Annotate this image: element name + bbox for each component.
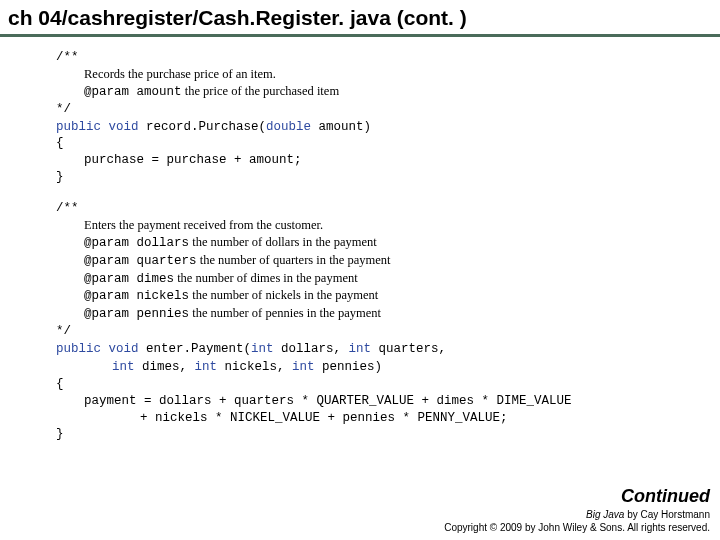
javadoc-desc: Records the purchase price of an item. [56,66,720,83]
param-text: the number of pennies in the payment [189,306,381,320]
javadoc-param: @param nickels the number of nickels in … [56,287,720,305]
param-keyword: @param nickels [84,289,189,303]
keyword: public void [56,342,139,356]
slide-footer: Continued Big Java by Cay Horstmann Copy… [444,486,710,534]
keyword: int [349,342,372,356]
brace-close: } [56,426,720,443]
copyright-line-1: Big Java by Cay Horstmann [444,509,710,522]
keyword: int [195,360,218,374]
code-text: record.Purchase( [139,120,267,134]
code-text: dimes, [135,360,195,374]
javadoc-param: @param pennies the number of pennies in … [56,305,720,323]
brace-open: { [56,135,720,152]
javadoc-param: @param quarters the number of quarters i… [56,252,720,270]
title-bar: ch 04/cashregister/Cash.Register. java (… [0,0,720,37]
code-text: quarters, [371,342,446,356]
author-text: by Cay Horstmann [624,509,710,520]
code-block: /** Records the purchase price of an ite… [0,37,720,443]
slide-title: ch 04/cashregister/Cash.Register. java (… [8,6,712,30]
code-text: pennies) [315,360,383,374]
method-signature-cont: int dimes, int nickels, int pennies) [56,358,720,376]
javadoc-param: @param amount the price of the purchased… [56,83,720,101]
param-text: the number of quarters in the payment [197,253,391,267]
param-text: the number of nickels in the payment [189,288,378,302]
method-signature: public void enter.Payment(int dollars, i… [56,340,720,358]
param-keyword: @param quarters [84,254,197,268]
javadoc-close: */ [56,101,720,118]
book-title: Big Java [586,509,624,520]
continued-label: Continued [444,486,710,507]
keyword: int [251,342,274,356]
copyright-line-2: Copyright © 2009 by John Wiley & Sons. A… [444,522,710,535]
method-body: purchase = purchase + amount; [56,152,720,169]
javadoc-open: /** [56,200,720,217]
javadoc-param: @param dimes the number of dimes in the … [56,270,720,288]
method-body: payment = dollars + quarters * QUARTER_V… [56,393,720,410]
param-text: the number of dollars in the payment [189,235,377,249]
param-keyword: @param amount [84,85,182,99]
param-text: the number of dimes in the payment [174,271,358,285]
param-keyword: @param dimes [84,272,174,286]
code-text: nickels, [217,360,292,374]
keyword: int [112,360,135,374]
keyword: int [292,360,315,374]
javadoc-desc: Enters the payment received from the cus… [56,217,720,234]
method-body-cont: + nickels * NICKEL_VALUE + pennies * PEN… [56,410,720,427]
keyword: public void [56,120,139,134]
code-text: amount) [311,120,371,134]
brace-close: } [56,169,720,186]
javadoc-close: */ [56,323,720,340]
keyword: double [266,120,311,134]
brace-open: { [56,376,720,393]
javadoc-param: @param dollars the number of dollars in … [56,234,720,252]
param-text: the price of the purchased item [182,84,340,98]
code-text: dollars, [274,342,349,356]
javadoc-open: /** [56,49,720,66]
code-text: enter.Payment( [139,342,252,356]
method-signature: public void record.Purchase(double amoun… [56,118,720,136]
param-keyword: @param pennies [84,307,189,321]
param-keyword: @param dollars [84,236,189,250]
